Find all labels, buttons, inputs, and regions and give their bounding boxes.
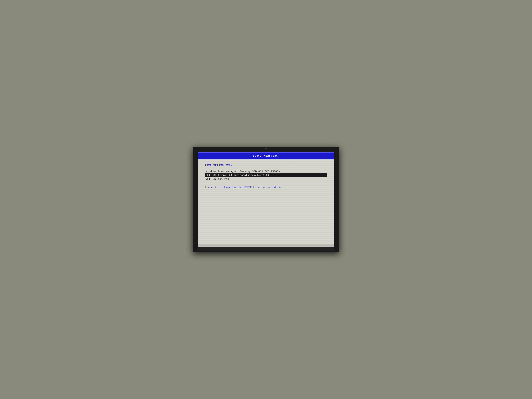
arrow-down-icon: ↓ <box>215 186 216 189</box>
bios-screen: Boot Manager Boot Option Menu Windows Bo… <box>198 152 334 247</box>
boot-option-menu-label: Boot Option Menu <box>205 164 327 166</box>
content-area: Boot Option Menu Windows Boot Manager (S… <box>198 159 334 244</box>
hint-and-label: and <box>208 186 213 189</box>
boot-item-pxe[interactable]: EFI PXE Network <box>205 177 327 181</box>
arrow-up-icon: ↑ <box>205 186 206 189</box>
boot-item-efi-usb[interactable]: EFI USB Device (KingstonDataTraveler 3.0… <box>205 173 327 177</box>
bios-title: Boot Manager <box>253 154 279 158</box>
hint-to-text <box>217 186 218 189</box>
hint-space2 <box>243 186 245 189</box>
hint-and-text <box>207 186 208 189</box>
hint-enter-text: ENTER to select an option <box>245 186 281 189</box>
title-bar: Boot Manager <box>198 152 334 159</box>
laptop-frame: Boot Manager Boot Option Menu Windows Bo… <box>193 147 339 252</box>
camera <box>265 148 267 149</box>
hint-space <box>213 186 214 189</box>
boot-items-list: Windows Boot Manager (Samsung SSD 860 EV… <box>205 170 327 181</box>
boot-item-pxe-label: EFI PXE Network <box>206 178 229 180</box>
boot-item-windows-label: Windows Boot Manager (Samsung SSD 860 EV… <box>206 170 280 173</box>
laptop-base <box>197 247 335 251</box>
screen: Boot Manager Boot Option Menu Windows Bo… <box>198 152 334 247</box>
boot-item-efi-usb-label: EFI USB Device (KingstonDataTraveler 3.0… <box>206 174 269 177</box>
boot-item-windows[interactable]: Windows Boot Manager (Samsung SSD 860 EV… <box>205 170 327 173</box>
hint-change-option: to change option, <box>218 186 243 189</box>
navigation-hint: ↑ and ↓ to change option, ENTER to selec… <box>205 186 327 189</box>
screen-bezel: Boot Manager Boot Option Menu Windows Bo… <box>197 152 335 247</box>
